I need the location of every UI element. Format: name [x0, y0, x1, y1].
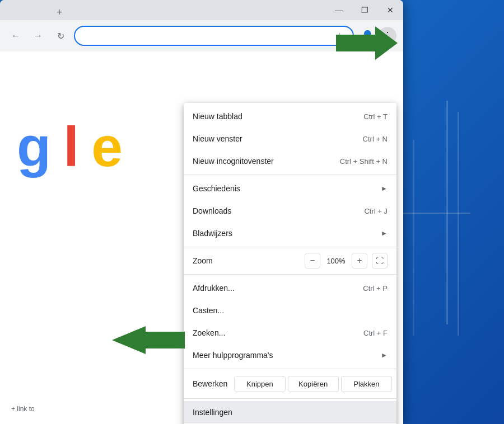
- minimize-icon: —: [335, 6, 343, 15]
- new-tab-button[interactable]: +: [52, 4, 67, 20]
- star-icon: ☆: [335, 31, 343, 41]
- address-bar[interactable]: ☆: [74, 26, 354, 46]
- minimize-button[interactable]: —: [326, 0, 352, 20]
- menu-item-new-tab[interactable]: Nieuw tabblad Ctrl + T: [184, 105, 396, 128]
- toolbar: ← → ↻ ☆ 👤 ⋮: [0, 20, 403, 51]
- new-tab-label: Nieuw tabblad: [193, 112, 363, 121]
- back-button[interactable]: ←: [7, 27, 25, 45]
- logo-letter-l: l: [63, 115, 79, 178]
- zoom-value: 100%: [325, 257, 347, 265]
- search-shortcut: Ctrl + F: [363, 329, 388, 337]
- google-logo: g l e: [17, 119, 123, 175]
- menu-item-search[interactable]: Zoeken... Ctrl + F: [184, 322, 396, 344]
- downloads-shortcut: Ctrl + J: [364, 207, 388, 215]
- cut-label: Knippen: [246, 380, 273, 388]
- title-bar: + — ❐ ✕: [0, 0, 403, 20]
- divider-2: [184, 247, 396, 247]
- cast-label: Casten...: [193, 306, 388, 315]
- history-arrow-icon: ►: [381, 185, 388, 192]
- menu-item-more-tools[interactable]: Meer hulpprogramma's ►: [184, 344, 396, 366]
- new-window-shortcut: Ctrl + N: [363, 135, 388, 143]
- bookmarks-arrow-icon: ►: [381, 229, 388, 237]
- divider-1: [184, 175, 396, 175]
- tab-area: +: [4, 0, 67, 20]
- downloads-label: Downloads: [193, 206, 364, 215]
- edit-row: Bewerken Knippen Kopiëren Plakken: [184, 371, 396, 396]
- kebab-menu-icon: ⋮: [382, 30, 393, 42]
- print-shortcut: Ctrl + P: [363, 284, 388, 293]
- new-tab-shortcut: Ctrl + T: [363, 112, 388, 121]
- history-label: Geschiedenis: [193, 184, 376, 193]
- menu-button[interactable]: ⋮: [379, 27, 396, 45]
- add-shortcut-area: + link to: [11, 405, 35, 413]
- bookmarks-label: Bladwijzers: [193, 229, 376, 238]
- context-menu: Nieuw tabblad Ctrl + T Nieuw venster Ctr…: [184, 103, 396, 424]
- close-icon: ✕: [387, 6, 394, 15]
- cut-button[interactable]: Knippen: [234, 376, 285, 392]
- zoom-in-button[interactable]: +: [352, 253, 367, 268]
- bookmark-star-button[interactable]: ☆: [333, 29, 346, 43]
- menu-item-history[interactable]: Geschiedenis ►: [184, 177, 396, 200]
- copy-label: Kopiëren: [298, 380, 328, 388]
- zoom-out-button[interactable]: −: [305, 253, 320, 268]
- profile-button[interactable]: 👤: [358, 27, 376, 45]
- more-tools-label: Meer hulpprogramma's: [193, 351, 376, 360]
- zoom-minus-icon: −: [310, 256, 315, 266]
- menu-item-new-incognito[interactable]: Nieuw incognitovenster Ctrl + Shift + N: [184, 150, 396, 172]
- profile-icon: 👤: [361, 30, 374, 42]
- divider-4: [184, 369, 396, 369]
- zoom-plus-icon: +: [357, 256, 362, 266]
- logo-letter-e: e: [91, 115, 123, 178]
- new-incognito-shortcut: Ctrl + Shift + N: [340, 157, 388, 166]
- logo-letter-g: g: [17, 115, 51, 178]
- page-content: g l e + link to Nieuw tabblad Ctrl + T N…: [0, 51, 403, 424]
- menu-item-cast[interactable]: Casten...: [184, 299, 396, 322]
- close-button[interactable]: ✕: [377, 0, 403, 20]
- back-icon: ←: [11, 31, 20, 41]
- edit-label: Bewerken: [188, 379, 232, 388]
- fullscreen-button[interactable]: ⛶: [372, 253, 388, 268]
- chrome-window: + — ❐ ✕ ← → ↻ ☆: [0, 0, 403, 424]
- more-tools-arrow-icon: ►: [381, 351, 388, 359]
- paste-button[interactable]: Plakken: [341, 376, 392, 392]
- add-shortcut-text: + link to: [11, 405, 35, 413]
- new-incognito-label: Nieuw incognitovenster: [193, 157, 340, 166]
- maximize-button[interactable]: ❐: [352, 0, 377, 20]
- new-window-label: Nieuw venster: [193, 134, 363, 143]
- print-label: Afdrukken...: [193, 284, 363, 293]
- menu-item-downloads[interactable]: Downloads Ctrl + J: [184, 200, 396, 222]
- settings-label: Instellingen: [193, 408, 388, 417]
- menu-item-bookmarks[interactable]: Bladwijzers ►: [184, 222, 396, 244]
- fullscreen-icon: ⛶: [376, 256, 384, 265]
- zoom-row: Zoom − 100% + ⛶: [184, 249, 396, 272]
- copy-button[interactable]: Kopiëren: [288, 376, 339, 392]
- reload-icon: ↻: [57, 31, 64, 41]
- maximize-icon: ❐: [361, 6, 368, 15]
- reload-button[interactable]: ↻: [52, 27, 69, 45]
- forward-icon: →: [34, 31, 43, 41]
- zoom-controls: − 100% + ⛶: [305, 253, 388, 268]
- toolbar-icon-group: 👤 ⋮: [358, 27, 396, 45]
- window-controls: — ❐ ✕: [326, 0, 403, 20]
- search-label: Zoeken...: [193, 328, 363, 337]
- forward-button[interactable]: →: [29, 27, 47, 45]
- menu-item-new-window[interactable]: Nieuw venster Ctrl + N: [184, 128, 396, 150]
- menu-item-settings[interactable]: Instellingen: [184, 401, 396, 423]
- divider-5: [184, 398, 396, 399]
- divider-3: [184, 274, 396, 275]
- menu-item-print[interactable]: Afdrukken... Ctrl + P: [184, 277, 396, 299]
- zoom-label: Zoom: [193, 256, 305, 265]
- paste-label: Plakken: [353, 380, 379, 388]
